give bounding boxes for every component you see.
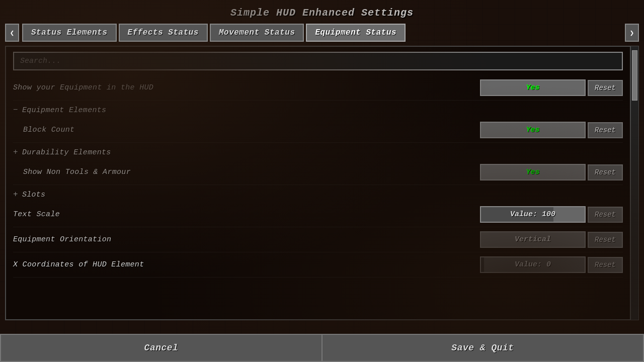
section-toggle-icon-5: +: [13, 190, 18, 199]
scrollbar-track: [631, 46, 638, 320]
setting-label-0: Show your Equipment in the HUD: [13, 83, 480, 92]
setting-row-7: Equipment OrientationVerticalReset: [13, 227, 623, 252]
tab-status-elements[interactable]: Status Elements: [22, 24, 117, 42]
tab-equipment-status[interactable]: Equipment Status: [306, 24, 406, 42]
setting-controls-8: Value: 0Reset: [480, 256, 623, 273]
setting-value-btn-0[interactable]: Yes: [480, 79, 586, 96]
section-header-3[interactable]: +Durability Elements: [13, 143, 623, 160]
save-quit-button[interactable]: Save & Quit: [322, 334, 644, 362]
setting-row-6: Text ScaleValue: 100Reset: [13, 202, 623, 227]
section-toggle-icon-3: +: [13, 148, 18, 157]
setting-value-btn-7[interactable]: Vertical: [480, 231, 586, 248]
tab-effects-status[interactable]: Effects Status: [119, 24, 208, 42]
tab-movement-status[interactable]: Movement Status: [210, 24, 304, 42]
setting-controls-0: YesReset: [480, 79, 623, 96]
setting-value-btn-4[interactable]: Yes: [480, 164, 586, 180]
scrollbar[interactable]: [631, 46, 639, 320]
scrollbar-handle[interactable]: [632, 50, 637, 101]
section-label-5: Slots: [22, 191, 46, 199]
reset-btn-0[interactable]: Reset: [588, 80, 623, 96]
setting-value-btn-8[interactable]: Value: 0: [480, 256, 586, 273]
setting-row-8: X Coordinates of HUD ElementValue: 0Rese…: [13, 252, 623, 278]
content-wrapper: Show your Equipment in the HUDYesReset−E…: [5, 46, 639, 320]
setting-label-4: Show Non Tools & Armour: [23, 168, 480, 176]
setting-label-2: Block Count: [23, 126, 480, 134]
setting-label-8: X Coordinates of HUD Element: [13, 260, 480, 269]
setting-label-6: Text Scale: [13, 210, 480, 219]
footer: Cancel Save & Quit: [0, 334, 644, 362]
settings-list: Show your Equipment in the HUDYesReset−E…: [6, 75, 630, 278]
tab-next-arrow[interactable]: ❯: [625, 24, 639, 42]
setting-controls-6: Value: 100Reset: [480, 206, 623, 223]
search-input[interactable]: [13, 52, 623, 70]
setting-row-0: Show your Equipment in the HUDYesReset: [13, 75, 623, 101]
tab-prev-arrow[interactable]: ❮: [5, 24, 19, 42]
search-bar: [6, 47, 630, 75]
reset-btn-8[interactable]: Reset: [588, 257, 623, 273]
reset-btn-4[interactable]: Reset: [588, 164, 623, 180]
reset-btn-2[interactable]: Reset: [588, 122, 623, 138]
setting-controls-4: YesReset: [480, 164, 623, 180]
setting-controls-2: YesReset: [480, 122, 623, 138]
cancel-button[interactable]: Cancel: [0, 334, 322, 362]
section-header-1[interactable]: −Equipment Elements: [13, 101, 623, 118]
reset-btn-6[interactable]: Reset: [588, 207, 623, 223]
tabs-list: Status ElementsEffects StatusMovement St…: [19, 24, 625, 42]
setting-controls-7: VerticalReset: [480, 231, 623, 248]
page-title: Simple HUD Enhanced Settings: [0, 0, 644, 24]
setting-value-btn-6[interactable]: Value: 100: [480, 206, 586, 223]
section-label-3: Durability Elements: [22, 148, 111, 157]
section-header-5[interactable]: +Slots: [13, 185, 623, 202]
setting-row-2: Block CountYesReset: [13, 118, 623, 143]
setting-value-btn-2[interactable]: Yes: [480, 122, 586, 138]
setting-label-7: Equipment Orientation: [13, 235, 480, 244]
main-content: Show your Equipment in the HUDYesReset−E…: [5, 46, 631, 320]
section-toggle-icon-1: −: [13, 106, 18, 115]
setting-row-4: Show Non Tools & ArmourYesReset: [13, 160, 623, 185]
section-label-1: Equipment Elements: [22, 106, 106, 115]
reset-btn-7[interactable]: Reset: [588, 232, 623, 248]
tabs-container: ❮ Status ElementsEffects StatusMovement …: [0, 24, 644, 42]
